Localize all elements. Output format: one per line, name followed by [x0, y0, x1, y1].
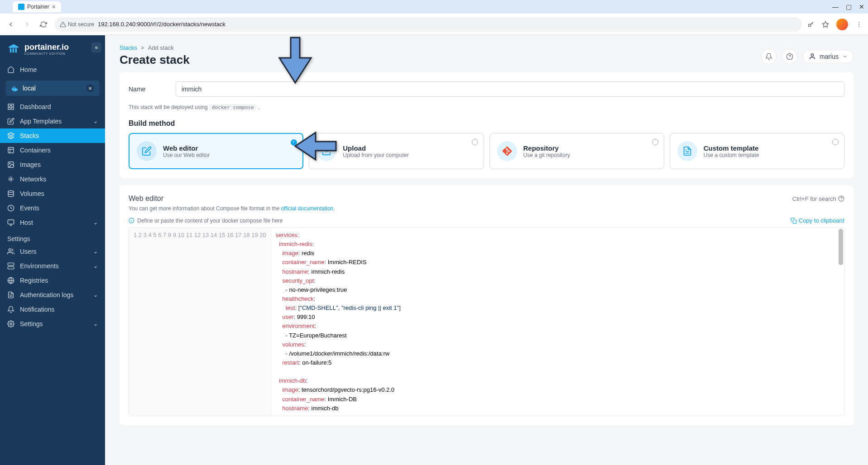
- editor-info: You can get more information about Compo…: [129, 205, 844, 212]
- svg-rect-7: [12, 88, 13, 89]
- nav-home[interactable]: Home: [0, 62, 105, 77]
- nav-events[interactable]: Events: [0, 201, 105, 215]
- user-menu[interactable]: marius: [803, 50, 854, 63]
- browser-tab[interactable]: Portainer ×: [13, 1, 61, 12]
- nav-volumes[interactable]: Volumes: [0, 186, 105, 201]
- name-label: Name: [129, 85, 165, 93]
- svg-point-0: [809, 24, 811, 26]
- chevron-down-icon: [842, 54, 848, 59]
- star-icon[interactable]: [822, 21, 829, 28]
- tab-title: Portainer: [27, 4, 49, 10]
- profile-avatar[interactable]: [836, 19, 848, 30]
- tab-favicon: [18, 4, 24, 10]
- portainer-logo-icon: [7, 43, 20, 55]
- reg-icon: [7, 277, 14, 284]
- nav-notifications[interactable]: Notifications: [0, 302, 105, 317]
- method-custom-template[interactable]: Custom templateUse a custom template: [670, 133, 844, 169]
- nav-environments[interactable]: Environments⌄: [0, 259, 105, 273]
- events-icon: [7, 204, 14, 212]
- help-icon: [786, 53, 793, 60]
- home-icon: [7, 66, 14, 73]
- networks-icon: [7, 176, 14, 183]
- docs-link[interactable]: official documentation: [281, 205, 333, 212]
- copy-icon: [791, 218, 797, 224]
- env-icon: [7, 262, 14, 270]
- nav-containers[interactable]: Containers: [0, 143, 105, 157]
- chevron-down-icon: ⌄: [93, 292, 98, 298]
- editor-placeholder-hint: Define or paste the content of your dock…: [129, 218, 283, 224]
- notif-icon: [7, 306, 14, 313]
- method-upload[interactable]: UploadUpload from your computer: [309, 133, 484, 169]
- editor-scrollbar[interactable]: [839, 229, 843, 265]
- nav-authentication-logs[interactable]: Authentication logs⌄: [0, 288, 105, 302]
- images-icon: [7, 161, 14, 168]
- svg-point-17: [10, 163, 10, 164]
- menu-icon[interactable]: [855, 21, 863, 28]
- nav-settings[interactable]: Settings⌄: [0, 317, 105, 331]
- reload-button[interactable]: [38, 19, 49, 30]
- nav-host[interactable]: Host⌄: [0, 215, 105, 230]
- tab-close-icon[interactable]: ×: [52, 3, 56, 10]
- window-controls: — ▢ ✕: [832, 3, 864, 10]
- nav-networks[interactable]: Networks: [0, 172, 105, 186]
- minimize-icon[interactable]: —: [832, 3, 839, 10]
- users-icon: [7, 248, 14, 255]
- sidebar-logo[interactable]: portainer.io COMMUNITY EDITION: [0, 35, 105, 62]
- deploy-hint: This stack will be deployed using docker…: [129, 104, 844, 110]
- info-icon: [129, 218, 134, 223]
- svg-point-22: [9, 249, 11, 251]
- breadcrumb-stacks[interactable]: Stacks: [120, 44, 137, 51]
- nav-users[interactable]: Users⌄: [0, 244, 105, 259]
- nav-stacks[interactable]: Stacks: [0, 128, 105, 143]
- forward-button[interactable]: [22, 19, 33, 30]
- back-button[interactable]: [5, 19, 16, 30]
- auth-icon: [7, 291, 14, 299]
- svg-rect-5: [13, 48, 14, 52]
- stack-name-input[interactable]: [176, 81, 844, 97]
- maximize-icon[interactable]: ▢: [846, 3, 852, 10]
- environment-badge[interactable]: local ✕: [5, 81, 100, 96]
- svg-point-1: [858, 22, 859, 23]
- nav-registries[interactable]: Registries: [0, 273, 105, 288]
- dashboard-icon: [7, 103, 14, 110]
- svg-rect-30: [793, 220, 796, 223]
- chevron-down-icon: ⌄: [93, 118, 98, 124]
- security-indicator[interactable]: Not secure: [60, 21, 94, 28]
- method-repository[interactable]: RepositoryUse a git repository: [489, 133, 664, 169]
- close-env-icon[interactable]: ✕: [86, 84, 94, 92]
- code-editor[interactable]: 1 2 3 4 5 6 7 8 9 10 11 12 13 14 15 16 1…: [129, 228, 844, 416]
- sidebar: portainer.io COMMUNITY EDITION « Home lo…: [0, 35, 105, 465]
- breadcrumb: Stacks > Add stack: [120, 44, 854, 51]
- git-icon: [497, 141, 517, 161]
- sidebar-collapse-button[interactable]: «: [91, 43, 101, 52]
- method-web-editor[interactable]: Web editorUse our Web editor: [129, 133, 303, 169]
- close-window-icon[interactable]: ✕: [859, 3, 864, 10]
- url-bar[interactable]: Not secure 192.168.0.240:9000/#!/2/docke…: [54, 17, 802, 32]
- svg-rect-10: [14, 86, 14, 87]
- notifications-button[interactable]: [761, 49, 777, 64]
- nav-dashboard[interactable]: Dashboard: [0, 100, 105, 114]
- host-icon: [7, 219, 14, 226]
- help-button[interactable]: [782, 49, 797, 64]
- chevron-down-icon: ⌄: [93, 321, 98, 327]
- nav-app-templates[interactable]: App Templates⌄: [0, 114, 105, 128]
- svg-rect-15: [8, 147, 14, 153]
- breadcrumb-current: Add stack: [148, 44, 174, 51]
- svg-rect-8: [14, 88, 14, 89]
- key-icon[interactable]: [807, 21, 815, 28]
- svg-rect-6: [15, 48, 17, 52]
- svg-rect-23: [8, 263, 14, 265]
- editor-title: Web editor: [129, 195, 163, 203]
- code-content[interactable]: services: immich-redis: image: redis con…: [271, 228, 844, 416]
- bell-icon: [765, 53, 772, 60]
- svg-rect-24: [8, 266, 14, 269]
- radio-indicator: [472, 139, 478, 145]
- svg-rect-4: [10, 48, 11, 52]
- nav-images[interactable]: Images: [0, 157, 105, 172]
- svg-point-27: [811, 54, 813, 56]
- settings-icon: [7, 320, 14, 327]
- copy-to-clipboard-button[interactable]: Copy to clipboard: [791, 217, 844, 224]
- radio-indicator: [291, 139, 297, 146]
- containers-icon: [7, 147, 14, 154]
- chevron-down-icon: ⌄: [93, 263, 98, 269]
